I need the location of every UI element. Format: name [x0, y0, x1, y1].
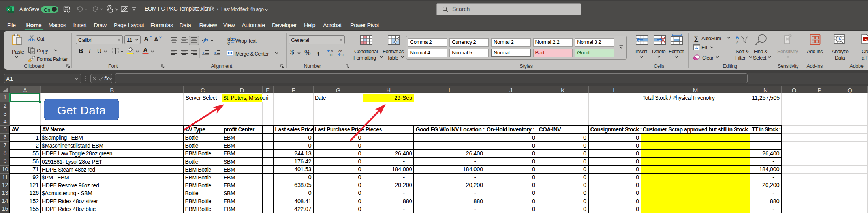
svg-text:X: X — [7, 7, 9, 11]
svg-text:0: 0 — [342, 53, 344, 56]
svg-text:A: A — [736, 35, 739, 40]
svg-text:PD: PD — [864, 38, 868, 42]
svg-text:.00: .00 — [328, 53, 333, 56]
svg-text:Z: Z — [736, 40, 738, 45]
